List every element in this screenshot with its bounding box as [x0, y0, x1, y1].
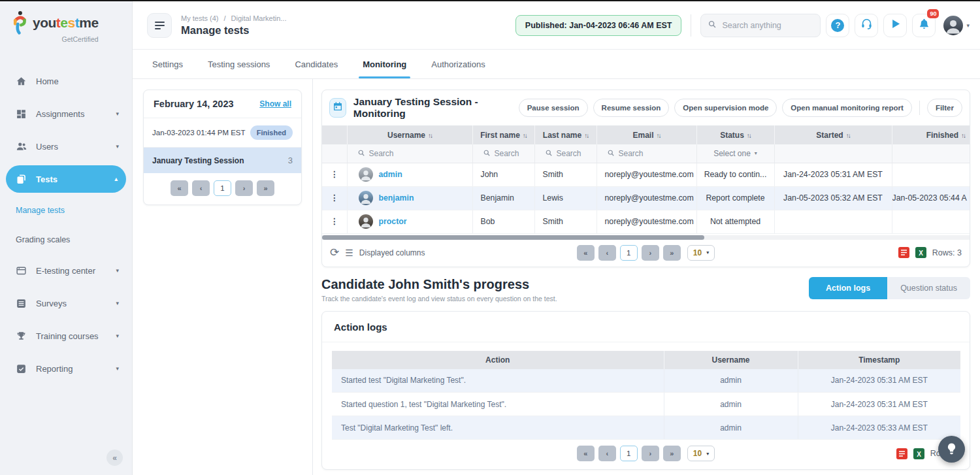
search-icon: [607, 148, 615, 159]
support-button[interactable]: [855, 14, 878, 37]
prev-page-button[interactable]: ‹: [598, 245, 616, 261]
prev-page-button[interactable]: ‹: [192, 180, 210, 196]
next-page-button[interactable]: ›: [642, 446, 659, 461]
global-search[interactable]: [700, 14, 821, 37]
sidebar-item-reporting[interactable]: Reporting ▾: [0, 352, 132, 385]
session-list-item-selected[interactable]: January Testing Session 3: [144, 148, 301, 173]
first-page-button[interactable]: «: [171, 180, 188, 196]
open-manual-monitoring-report-button[interactable]: Open manual monitoring report: [782, 99, 912, 117]
last-name-search-input[interactable]: [557, 149, 595, 158]
next-page-button[interactable]: ›: [642, 245, 659, 261]
sidebar-item-etesting-center[interactable]: E-testing center ▾: [0, 254, 132, 287]
sort-icon[interactable]: ↑↓: [846, 132, 850, 139]
next-page-button[interactable]: ›: [235, 180, 253, 196]
sidebar-item-assignments[interactable]: Assignments ▾: [0, 97, 132, 130]
refresh-icon[interactable]: ⟳: [330, 247, 339, 258]
column-header-finished[interactable]: Finished↑↓: [892, 125, 970, 144]
tab-monitoring[interactable]: Monitoring: [363, 50, 406, 78]
prev-page-button[interactable]: ‹: [598, 446, 616, 461]
breadcrumb-test-name[interactable]: Digital Marketin...: [231, 14, 287, 22]
breadcrumb-my-tests[interactable]: My tests (4): [181, 14, 218, 22]
chevron-down-icon: ▾: [706, 451, 709, 457]
email-search-input[interactable]: [619, 149, 686, 158]
sort-icon[interactable]: ↑↓: [523, 132, 527, 139]
current-page-button[interactable]: 1: [214, 180, 231, 196]
sidebar-item-users[interactable]: Users ▾: [0, 130, 132, 163]
export-excel-icon[interactable]: X: [913, 448, 924, 459]
tutorial-play-button[interactable]: [883, 14, 907, 37]
sort-icon[interactable]: ↑↓: [428, 132, 432, 139]
menu-toggle-button[interactable]: [147, 13, 172, 38]
notifications-button[interactable]: 90: [912, 14, 936, 37]
last-page-button[interactable]: »: [663, 245, 681, 261]
column-header-action[interactable]: Action: [332, 351, 664, 369]
sidebar-item-manage-tests[interactable]: Manage tests: [0, 195, 132, 225]
columns-icon[interactable]: ☰: [345, 248, 353, 258]
question-status-tab[interactable]: Question status: [887, 277, 970, 299]
column-header-last-name[interactable]: Last name↑↓: [534, 125, 596, 144]
first-page-button[interactable]: «: [577, 446, 595, 461]
page-size-select[interactable]: 10▾: [687, 446, 715, 461]
first-page-button[interactable]: «: [577, 245, 595, 261]
export-excel-icon[interactable]: X: [915, 247, 926, 258]
tab-settings[interactable]: Settings: [152, 50, 183, 78]
first-name-search-input[interactable]: [495, 149, 533, 158]
horizontal-scrollbar[interactable]: [322, 235, 970, 240]
row-menu-icon[interactable]: ⋮: [322, 163, 347, 186]
sidebar-item-surveys[interactable]: Surveys ▾: [0, 287, 132, 319]
table-row[interactable]: ⋮ benjamin Benjamin Lewis noreply@youtes…: [322, 186, 970, 210]
displayed-columns-label[interactable]: Displayed columns: [359, 248, 425, 257]
status-filter-select[interactable]: Select one▾: [697, 149, 774, 158]
action-logs-tab[interactable]: Action logs: [809, 277, 887, 299]
avatar: [359, 214, 373, 229]
tab-testing-sessions[interactable]: Testing sessions: [208, 50, 270, 78]
export-pdf-icon[interactable]: [896, 448, 907, 459]
page-size-select[interactable]: 10▾: [687, 245, 715, 261]
resume-session-button[interactable]: Resume session: [593, 99, 670, 117]
user-menu-button[interactable]: ▾: [943, 16, 970, 35]
sidebar-item-training-courses[interactable]: Training courses ▾: [0, 319, 132, 352]
username-link[interactable]: admin: [379, 170, 402, 179]
last-page-button[interactable]: »: [663, 446, 681, 461]
column-header-first-name[interactable]: First name↑↓: [472, 125, 534, 144]
username-cell: admin: [664, 369, 798, 393]
sidebar-collapse-button[interactable]: «: [106, 450, 123, 466]
open-supervision-mode-button[interactable]: Open supervision mode: [674, 99, 777, 117]
sidebar-item-tests[interactable]: Tests ▴: [6, 165, 126, 193]
tab-authorizations[interactable]: Authorizations: [431, 50, 485, 78]
sort-icon[interactable]: ↑↓: [747, 132, 751, 139]
column-header-started[interactable]: Started↑↓: [774, 125, 892, 144]
session-calendar-button[interactable]: [329, 98, 346, 118]
export-pdf-icon[interactable]: [898, 247, 909, 258]
row-menu-icon[interactable]: ⋮: [322, 186, 347, 210]
candidates-table: Username↑↓ First name↑↓ Last name↑↓ Emai…: [322, 125, 970, 234]
current-page-button[interactable]: 1: [620, 446, 638, 461]
row-menu-icon[interactable]: ⋮: [322, 210, 347, 233]
show-all-link[interactable]: Show all: [259, 99, 291, 108]
search-input[interactable]: [722, 21, 807, 30]
sidebar-item-home[interactable]: Home: [0, 65, 132, 97]
filter-button[interactable]: Filter: [927, 99, 962, 117]
help-bulb-fab[interactable]: [938, 436, 965, 463]
column-header-email[interactable]: Email↑↓: [596, 125, 696, 144]
sort-icon[interactable]: ↑↓: [657, 132, 661, 139]
tab-candidates[interactable]: Candidates: [295, 50, 338, 78]
published-status-badge[interactable]: Published: Jan-04-2023 06:46 AM EST: [515, 15, 682, 36]
username-link[interactable]: benjamin: [379, 193, 414, 203]
column-header-timestamp[interactable]: Timestamp: [798, 351, 960, 369]
username-search-input[interactable]: [369, 149, 455, 158]
scrollbar-thumb[interactable]: [322, 235, 704, 240]
column-header-status[interactable]: Status↑↓: [696, 125, 774, 144]
column-header-username[interactable]: Username: [664, 351, 798, 369]
help-button[interactable]: ?: [826, 14, 849, 37]
sidebar-item-grading-scales[interactable]: Grading scales: [0, 225, 132, 254]
last-page-button[interactable]: »: [257, 180, 274, 196]
column-header-username[interactable]: Username↑↓: [347, 125, 472, 144]
sort-icon[interactable]: ↑↓: [961, 132, 965, 139]
sort-icon[interactable]: ↑↓: [584, 132, 588, 139]
table-row[interactable]: ⋮ proctor Bob Smith noreply@youtestme.co…: [322, 210, 970, 233]
table-row[interactable]: ⋮ admin John Smith noreply@youtestme.com…: [322, 163, 970, 186]
username-link[interactable]: proctor: [379, 217, 407, 226]
current-page-button[interactable]: 1: [620, 245, 638, 261]
pause-session-button[interactable]: Pause session: [519, 99, 588, 117]
